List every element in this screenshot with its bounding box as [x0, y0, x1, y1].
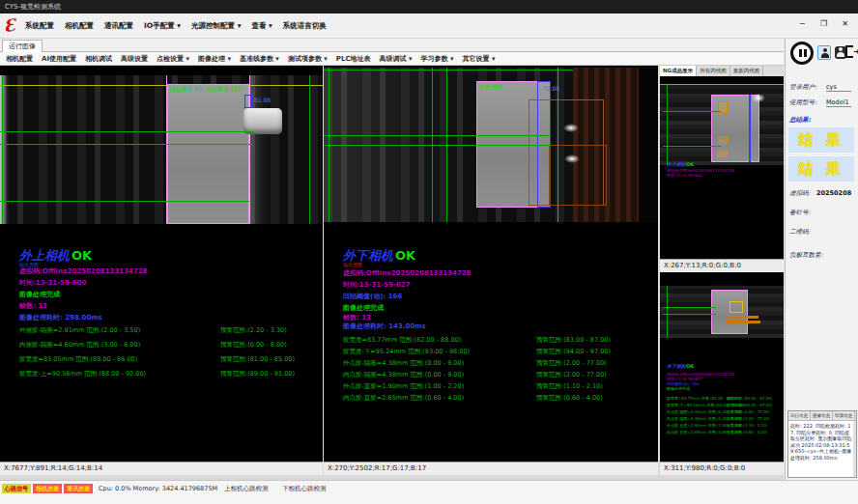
- warning-range: 预警范围:(81.00 - 85.00): [220, 355, 295, 364]
- measurement-row: 外侧胶-隔圈=2.91mm 范围:(2.00 - 3.50) 预警范围:(2.2…: [19, 326, 321, 334]
- log-tabs: 运行信息 报警信息 错误信息: [788, 411, 856, 421]
- measure-rect: [749, 95, 751, 162]
- right-view-tabs: NG成品显示 所有内线图 最新内线图: [660, 66, 784, 76]
- camera-connection-badge: 相机连接: [33, 484, 62, 493]
- tool-other-settings[interactable]: 其它设置 ▾: [462, 54, 495, 64]
- warning-range: 预警范围:(0.00 - 8.00): [220, 341, 287, 350]
- tool-advanced-settings[interactable]: 高级设置: [121, 54, 148, 64]
- roi-rect: [549, 145, 607, 206]
- tool-ai-config[interactable]: AI使用配置: [42, 54, 76, 64]
- small-view-top[interactable]: 外上相机OK 虚拟码:Offline20250208133134728 时间:1…: [660, 76, 784, 272]
- rtab-ng-display[interactable]: NG成品显示: [660, 66, 697, 76]
- pause-button[interactable]: [790, 42, 814, 65]
- menu-bar: Ɛ 系统配置 相机配置 通讯配置 IO手配置 ▾ 光源控制配置 ▾ 查看 ▾ 系…: [0, 14, 858, 39]
- measurement-value: 胶宽度=83.77mm 范围:(82.00 - 88.00): [343, 336, 461, 345]
- small-camera-image-top[interactable]: 外上相机OK 虚拟码:Offline20250208133134728 时间:1…: [660, 76, 784, 259]
- warning-range: 预警范围:(2.00 - 77.00): [536, 359, 607, 368]
- log-scrollbar[interactable]: [853, 421, 856, 477]
- tab-glint: [563, 124, 579, 132]
- measurement-row: 胶宽度-上=90.56mm 范围:(88.00 - 92.00) 预警范围:(8…: [19, 370, 321, 378]
- measurement-value: 胶宽度-上=90.56mm 范围:(88.00 - 92.00): [19, 370, 146, 378]
- camera-image-upper[interactable]: 固定阈值:93, 动态阈值:100 81.88: [0, 75, 323, 224]
- rtab-latest-lines[interactable]: 最新内线图: [730, 66, 764, 76]
- tab-glint: [752, 94, 765, 102]
- measurement-value: 内点胶-隔圈=4.38mm 范围:(0.00 - 9.00): [343, 371, 464, 379]
- menu-camera-config[interactable]: 相机配置: [65, 21, 94, 31]
- menu-io-config[interactable]: IO手配置 ▾: [144, 21, 181, 31]
- tool-learning-params[interactable]: 学习参数 ▾: [421, 54, 454, 64]
- user-button[interactable]: [817, 45, 831, 60]
- tool-baseline-params[interactable]: 基准线参数 ▾: [240, 54, 279, 64]
- tool-plc-address[interactable]: PLC地址表: [336, 54, 371, 64]
- camera-name: 外下相机: [343, 248, 393, 263]
- time-line: 时间:13-31-59-600: [19, 278, 86, 288]
- green-measure-line: [663, 314, 716, 315]
- warning-range: 预警范围:(89.00 - 91.00): [220, 370, 295, 378]
- camera-status-ok: OK: [72, 248, 92, 263]
- measurement-row: 胶宽度-下=95.24mm 范围:(93.00 - 98.00) 预警范围:(9…: [343, 348, 656, 355]
- menu-system-config[interactable]: 系统配置: [25, 21, 54, 31]
- warning-range: 预警范围:(2.00 - 77.00): [727, 416, 770, 421]
- exit-arrow-icon: ➜: [853, 48, 858, 56]
- person-icon: [821, 48, 829, 58]
- log-tab-alarm[interactable]: 报警信息: [811, 411, 833, 420]
- menu-light-config[interactable]: 光源控制配置 ▾: [191, 21, 241, 31]
- measurement-value: 胶宽度-下=95.24mm 范围:(93.00 - 98.00): [343, 348, 470, 356]
- mini-measurement-row: 外点胶-直胶=1.90mm 范围:(1.00 - 2.20)预警范围:(1.10…: [667, 423, 783, 428]
- mini-measurement-row: 外点胶-隔圈=4.38mm 范围:(0.00 - 9.00)预警范围:(2.00…: [667, 409, 783, 414]
- log-tab-error[interactable]: 错误信息: [833, 411, 855, 420]
- menu-items: 系统配置 相机配置 通讯配置 IO手配置 ▾ 光源控制配置 ▾ 查看 ▾ 系统语…: [25, 14, 327, 39]
- tab-run-image[interactable]: 运行图像: [2, 40, 43, 52]
- tool-image-processing[interactable]: 图像处理 ▾: [198, 54, 231, 64]
- virtual-code-line: 虚拟码:Offline20250208133134728: [343, 268, 472, 278]
- control-panel: ➜ 登录用户: cys 使用型号: Model1 总结果: 结 果 结 果 虚拟…: [785, 39, 858, 480]
- log-tab-run[interactable]: 运行信息: [788, 411, 811, 420]
- tab-glint: [564, 154, 580, 163]
- green-measure-line: [0, 131, 253, 132]
- person-icon: [837, 47, 844, 57]
- title-bar: CYS-视觉检测系统: [0, 0, 858, 14]
- exit-button[interactable]: ➜: [845, 45, 858, 59]
- small-view-bottom[interactable]: 外下相机OK 虚拟码:Offline20250208133134728 时间:1…: [660, 272, 784, 475]
- lower-camera-heartbeat-link[interactable]: 下相机心跳检测: [282, 485, 327, 493]
- tool-test-params[interactable]: 测试项参数 ▾: [288, 54, 328, 64]
- mini-measurement-row: 内点胶-隔圈=4.38mm 范围:(0.00 - 9.00)预警范围:(2.00…: [667, 416, 783, 421]
- upper-camera-heartbeat-link[interactable]: 上相机心跳检测: [224, 485, 269, 493]
- status-bar: 心跳信号 相机连接 通讯连接 Cpu: 0.0% Memory: 3424.41…: [0, 480, 858, 504]
- login-user-value[interactable]: cys: [826, 83, 851, 92]
- camera-view-upper[interactable]: 固定阈值:93, 动态阈值:100 81.88 外上相机OK 输出原图 虚拟码:…: [0, 66, 323, 475]
- minimize-icon[interactable]: ─: [795, 16, 810, 31]
- threshold-line: 凹陷阈值(动): 166: [343, 292, 402, 301]
- measurement-value: 外点胶-隔圈=4.38mm 范围:(0.00 - 9.00): [343, 359, 464, 368]
- log-box[interactable]: 运行信息 报警信息 错误信息 耗时: 222, 凹陷检测耗时: 17, 凹陷分类…: [787, 410, 857, 478]
- tool-camera-config[interactable]: 相机配置: [6, 54, 33, 64]
- camera-name: 外上相机: [19, 248, 70, 263]
- small-camera-image-bottom[interactable]: [660, 284, 784, 340]
- menu-view[interactable]: 查看 ▾: [251, 21, 272, 31]
- login-user-label: 登录用户:: [789, 83, 816, 92]
- tab-row: 运行图像: [0, 39, 784, 52]
- toolbar: 相机配置 AI使用配置 相机调试 高级设置 点检设置 ▾ 图像处理 ▾ 基准线参…: [0, 52, 784, 66]
- green-measure-line: [663, 307, 716, 308]
- maximize-icon[interactable]: ❐: [816, 16, 831, 31]
- warning-range: 预警范围:(2.20 - 3.30): [220, 326, 287, 335]
- roller-object: [243, 108, 282, 134]
- tool-advanced-debug[interactable]: 高级调试 ▾: [380, 54, 413, 64]
- window-controls: ─ ❐ ✕: [795, 16, 852, 36]
- rtab-all-lines[interactable]: 所有内线图: [697, 66, 730, 76]
- camera-image-lower[interactable]: AI检测框 72.88: [324, 68, 658, 222]
- tool-spotcheck-settings[interactable]: 点检设置 ▾: [157, 54, 189, 64]
- measurement-value: 内侧胶-隔圈=4.60mm 范围:(3.00 - 6.00): [19, 341, 140, 350]
- tab-count-label: 负极耳数量:: [789, 251, 823, 260]
- coordinate-bar: X:267;Y:13;R:0;G:0;B:0: [660, 259, 784, 272]
- tool-camera-debug[interactable]: 相机调试: [85, 54, 112, 64]
- menu-language-switch[interactable]: 系统语言切换: [283, 21, 327, 31]
- camera-view-lower[interactable]: AI检测框 72.88 外下相机OK 输出原图 虚拟码:Offline20250…: [324, 66, 658, 475]
- model-value[interactable]: Model1: [826, 98, 851, 107]
- time-line: 时间:13-31-59-627: [343, 280, 410, 290]
- close-icon[interactable]: ✕: [838, 16, 852, 31]
- result-box-lower: 结 果: [788, 156, 854, 182]
- menu-comm-config[interactable]: 通讯配置: [104, 21, 133, 31]
- virtual-code-value: 20250208: [816, 189, 851, 197]
- mini-measurement-row: 胶宽度-下=95.24mm 范围:(93.00 - 98.00)预警范围:(94…: [667, 403, 783, 407]
